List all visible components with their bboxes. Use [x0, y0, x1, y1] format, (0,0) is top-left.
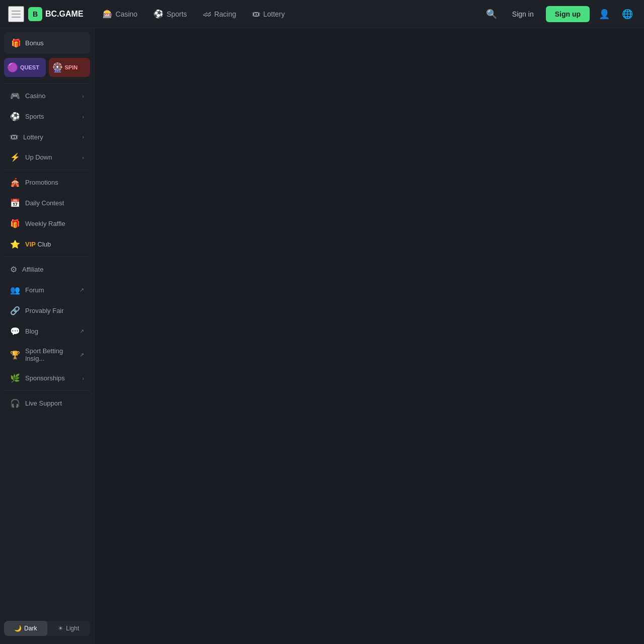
updown-icon: ⚡ [10, 152, 20, 162]
sidebar-item-sponsorships[interactable]: 🌿 Sponsorships › [3, 368, 91, 388]
sports-nav-icon: ⚽ [153, 9, 164, 19]
lottery-sidebar-icon: 🎟 [10, 132, 18, 141]
nav-lottery[interactable]: 🎟 Lottery [245, 7, 292, 22]
main-content [95, 0, 644, 644]
light-theme-button[interactable]: ☀ Light [47, 621, 91, 636]
sidebar-item-promotions[interactable]: 🎪 Promotions [3, 173, 91, 192]
sidebar-divider-2 [4, 170, 90, 170]
sidebar-item-blog[interactable]: 💬 Blog ↗ [3, 321, 91, 341]
logo-icon: B [28, 7, 42, 21]
provably-fair-icon: 🔗 [10, 306, 20, 315]
sidebar-item-sport-betting[interactable]: 🏆 Sport Betting Insig... ↗ [3, 342, 91, 367]
topbar-right: 🔍 Sign in Sign up 👤 🌐 [483, 6, 636, 23]
sidebar: 🎁 Bonus 🟣 QUEST 🎡 SPIN 🎮 Casino › ⚽ Spor… [0, 28, 95, 644]
sponsorships-icon: 🌿 [10, 373, 20, 383]
sidebar-item-lottery[interactable]: 🎟 Lottery › [3, 127, 91, 146]
quest-button[interactable]: 🟣 QUEST [4, 58, 46, 77]
signup-button[interactable]: Sign up [546, 6, 590, 22]
vip-club-icon: ⭐ [10, 239, 20, 249]
blog-label: Blog [25, 328, 73, 335]
updown-arrow-icon: › [82, 154, 84, 160]
user-icon-button[interactable]: 👤 [596, 6, 613, 23]
signin-button[interactable]: Sign in [506, 7, 540, 21]
sidebar-item-updown[interactable]: ⚡ Up Down › [3, 147, 91, 167]
live-support-icon: 🎧 [10, 398, 20, 408]
theme-toggle: 🌙 Dark ☀ Light [4, 621, 90, 636]
sidebar-bonus[interactable]: 🎁 Bonus [4, 32, 90, 54]
sports-sidebar-icon: ⚽ [10, 112, 20, 121]
nav-casino-label: Casino [116, 10, 138, 18]
sidebar-item-affiliate[interactable]: ⚙ Affiliate [3, 260, 91, 279]
forum-label: Forum [25, 286, 73, 294]
light-label: Light [66, 625, 79, 632]
spin-label: SPIN [65, 64, 78, 70]
casino-sidebar-icon: 🎮 [10, 91, 20, 101]
sidebar-item-daily-contest[interactable]: 📅 Daily Contest [3, 193, 91, 213]
racing-icon: 🏎 [203, 10, 211, 19]
blog-icon: 💬 [10, 327, 20, 336]
sidebar-item-vip-club[interactable]: ⭐ VIP Club [3, 234, 91, 254]
spin-button[interactable]: 🎡 SPIN [49, 58, 91, 77]
vip-text: VIP [25, 240, 36, 248]
promotions-icon: 🎪 [10, 178, 20, 187]
dark-theme-button[interactable]: 🌙 Dark [4, 621, 47, 636]
weekly-raffle-label: Weekly Raffle [25, 220, 84, 227]
nav-sports[interactable]: ⚽ Sports [146, 6, 194, 22]
sport-betting-icon: 🏆 [10, 350, 20, 360]
sponsorships-arrow-icon: › [82, 375, 84, 381]
sidebar-item-casino[interactable]: 🎮 Casino › [3, 86, 91, 106]
nav-lottery-label: Lottery [263, 10, 285, 18]
moon-icon: 🌙 [14, 625, 22, 632]
promo-buttons: 🟣 QUEST 🎡 SPIN [0, 58, 94, 81]
sports-sidebar-label: Sports [25, 113, 77, 120]
sports-arrow-icon: › [82, 114, 84, 120]
quest-label: QUEST [20, 64, 39, 70]
sport-betting-ext-icon: ↗ [79, 352, 84, 358]
svg-rect-0 [12, 11, 21, 12]
svg-rect-1 [12, 14, 21, 15]
sidebar-divider-4 [4, 390, 90, 391]
daily-contest-icon: 📅 [10, 198, 20, 208]
sport-betting-label: Sport Betting Insig... [25, 347, 73, 362]
casino-sidebar-label: Casino [25, 92, 77, 100]
affiliate-icon: ⚙ [10, 265, 17, 274]
quest-icon: 🟣 [7, 62, 18, 73]
vip-club-label: VIP Club [25, 240, 84, 248]
club-text: Club [38, 240, 51, 248]
sidebar-item-forum[interactable]: 👥 Forum ↗ [3, 280, 91, 300]
sidebar-item-live-support[interactable]: 🎧 Live Support [3, 393, 91, 413]
svg-rect-2 [12, 17, 21, 18]
updown-label: Up Down [25, 153, 77, 161]
casino-arrow-icon: › [82, 93, 84, 99]
sidebar-divider-1 [4, 83, 90, 84]
spin-icon: 🎡 [52, 62, 63, 73]
nav-racing[interactable]: 🏎 Racing [196, 7, 244, 22]
menu-icon[interactable] [8, 6, 24, 22]
sidebar-item-provably-fair[interactable]: 🔗 Provably Fair [3, 301, 91, 320]
casino-icon: 🎰 [103, 9, 113, 19]
top-nav: 🎰 Casino ⚽ Sports 🏎 Racing 🎟 Lottery [96, 6, 479, 22]
provably-fair-label: Provably Fair [25, 307, 84, 314]
promotions-label: Promotions [25, 179, 84, 186]
nav-sports-label: Sports [167, 10, 187, 18]
lottery-nav-icon: 🎟 [252, 10, 260, 19]
bonus-icon: 🎁 [11, 38, 21, 48]
logo-text: BC.GAME [45, 10, 84, 19]
sidebar-item-weekly-raffle[interactable]: 🎁 Weekly Raffle [3, 214, 91, 233]
search-button[interactable]: 🔍 [483, 6, 500, 23]
sun-icon: ☀ [58, 625, 63, 632]
affiliate-label: Affiliate [22, 266, 84, 273]
forum-ext-icon: ↗ [79, 287, 84, 293]
logo[interactable]: B BC.GAME [28, 7, 84, 21]
globe-icon-button[interactable]: 🌐 [619, 6, 636, 23]
weekly-raffle-icon: 🎁 [10, 219, 20, 228]
sidebar-divider-3 [4, 257, 90, 257]
live-support-label: Live Support [25, 399, 84, 407]
lottery-arrow-icon: › [82, 134, 84, 140]
nav-casino[interactable]: 🎰 Casino [96, 6, 145, 22]
bonus-label: Bonus [25, 39, 44, 47]
sponsorships-label: Sponsorships [25, 374, 77, 382]
sidebar-item-sports[interactable]: ⚽ Sports › [3, 107, 91, 126]
blog-ext-icon: ↗ [79, 328, 84, 335]
daily-contest-label: Daily Contest [25, 199, 84, 207]
